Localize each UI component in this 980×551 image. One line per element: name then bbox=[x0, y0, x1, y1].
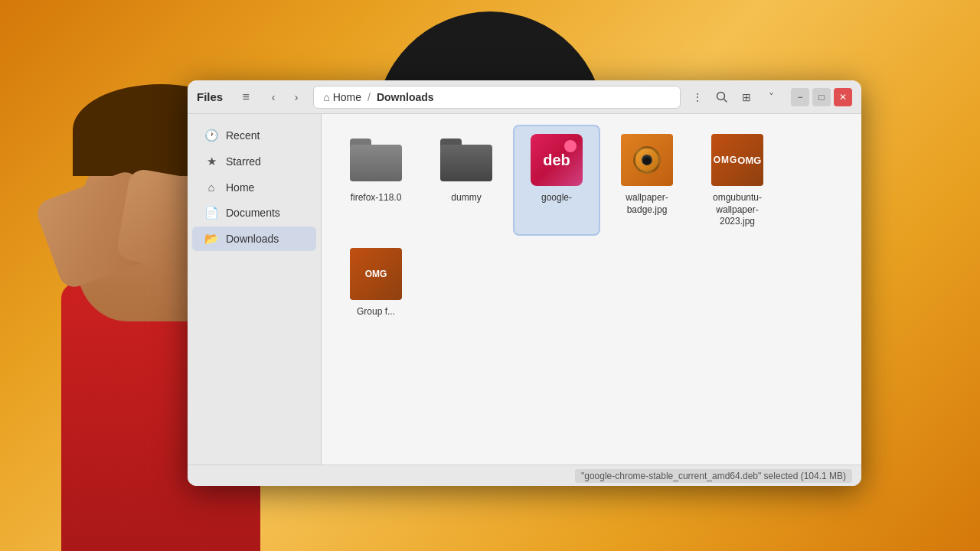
google-chrome-label: google- bbox=[541, 192, 572, 204]
window-title: Files bbox=[197, 90, 223, 103]
view-mode-button[interactable]: ⊞ bbox=[736, 86, 757, 108]
wallpaper-inner bbox=[633, 146, 661, 174]
titlebar: Files ≡ ‹ › ⌂ Home / Downloads ⋮ ⊞ ˅ − bbox=[188, 80, 861, 114]
back-button[interactable]: ‹ bbox=[263, 86, 284, 108]
group-file-icon: OMG bbox=[350, 248, 402, 300]
sidebar-item-recent[interactable]: 🕐 Recent bbox=[192, 123, 316, 148]
file-grid: firefox-118.0 dummy deb bbox=[322, 114, 861, 465]
dummy-folder-icon bbox=[440, 139, 492, 181]
status-text: "google-chrome-stable_current_amd64.deb"… bbox=[575, 469, 852, 483]
file-item-dummy[interactable]: dummy bbox=[424, 126, 508, 234]
file-item-wallpaper[interactable]: wallpaper-badge.jpg bbox=[605, 126, 689, 234]
minimize-button[interactable]: − bbox=[791, 88, 809, 106]
file-item-omgubuntu[interactable]: OMG omgubuntu-wallpaper-2023.jpg bbox=[695, 126, 779, 234]
omgubuntu-label: omgubuntu-wallpaper-2023.jpg bbox=[701, 192, 773, 228]
deb-file-icon: deb bbox=[531, 134, 583, 186]
firefox-icon-container bbox=[348, 132, 403, 187]
deb-icon-container: deb bbox=[529, 132, 584, 187]
window-controls: − □ ✕ bbox=[791, 88, 852, 106]
search-button[interactable] bbox=[711, 86, 733, 108]
documents-icon: 📄 bbox=[204, 206, 218, 220]
group-icon-container: OMG bbox=[348, 246, 403, 302]
group-icon-text: OMG bbox=[365, 269, 387, 279]
wallpaper-file-icon bbox=[621, 134, 673, 186]
sidebar-label-starred: Starred bbox=[226, 155, 261, 168]
breadcrumb-home: Home bbox=[333, 91, 361, 103]
nav-controls: ‹ › bbox=[263, 86, 307, 108]
omg-text: OMG bbox=[714, 155, 738, 165]
more-options-button[interactable]: ⋮ bbox=[687, 86, 708, 108]
file-item-firefox[interactable]: firefox-118.0 bbox=[334, 126, 418, 234]
sidebar-label-home: Home bbox=[226, 181, 254, 194]
recent-icon: 🕐 bbox=[204, 129, 218, 142]
main-content: 🕐 Recent ★ Starred ⌂ Home 📄 Documents 📂 … bbox=[188, 114, 861, 465]
file-item-google-chrome[interactable]: deb google- bbox=[514, 126, 599, 234]
sidebar: 🕐 Recent ★ Starred ⌂ Home 📄 Documents 📂 … bbox=[188, 114, 322, 465]
sidebar-item-starred[interactable]: ★ Starred bbox=[192, 149, 316, 174]
wallpaper-label: wallpaper-badge.jpg bbox=[611, 192, 683, 216]
toolbar-actions: ⋮ ⊞ ˅ bbox=[687, 86, 782, 108]
menu-button[interactable]: ≡ bbox=[235, 86, 256, 108]
breadcrumb-separator: / bbox=[368, 91, 371, 103]
dummy-icon-container bbox=[439, 132, 494, 187]
sidebar-item-downloads[interactable]: 📂 Downloads bbox=[192, 227, 316, 251]
firefox-folder-icon bbox=[350, 139, 402, 181]
svg-line-1 bbox=[724, 99, 727, 102]
status-bar: "google-chrome-stable_current_amd64.deb"… bbox=[188, 465, 861, 486]
file-item-group[interactable]: OMG Group f... bbox=[334, 240, 418, 324]
wallpaper-dot bbox=[642, 155, 652, 165]
omg-icon-container: OMG bbox=[710, 132, 765, 187]
breadcrumb[interactable]: ⌂ Home / Downloads bbox=[313, 86, 681, 109]
wallpaper-icon-container bbox=[619, 132, 675, 187]
view-chevron-button[interactable]: ˅ bbox=[760, 86, 782, 108]
omg-file-icon: OMG bbox=[711, 134, 763, 186]
file-manager-window: Files ≡ ‹ › ⌂ Home / Downloads ⋮ ⊞ ˅ − bbox=[188, 80, 861, 486]
search-icon bbox=[716, 91, 728, 103]
sidebar-label-downloads: Downloads bbox=[226, 233, 279, 245]
group-label: Group f... bbox=[357, 306, 395, 318]
downloads-icon: 📂 bbox=[204, 232, 218, 246]
breadcrumb-current: Downloads bbox=[377, 91, 434, 103]
deb-icon-text: deb bbox=[543, 152, 570, 168]
home-nav-icon: ⌂ bbox=[204, 181, 218, 194]
forward-button[interactable]: › bbox=[286, 86, 307, 108]
sidebar-label-documents: Documents bbox=[226, 207, 280, 219]
home-icon: ⌂ bbox=[323, 91, 329, 103]
maximize-button[interactable]: □ bbox=[812, 88, 831, 106]
firefox-label: firefox-118.0 bbox=[351, 192, 402, 204]
sidebar-item-home[interactable]: ⌂ Home bbox=[192, 175, 316, 199]
starred-icon: ★ bbox=[204, 155, 218, 168]
close-button[interactable]: ✕ bbox=[834, 88, 852, 106]
sidebar-label-recent: Recent bbox=[226, 129, 260, 142]
dummy-label: dummy bbox=[451, 192, 481, 204]
sidebar-item-documents[interactable]: 📄 Documents bbox=[192, 201, 316, 225]
